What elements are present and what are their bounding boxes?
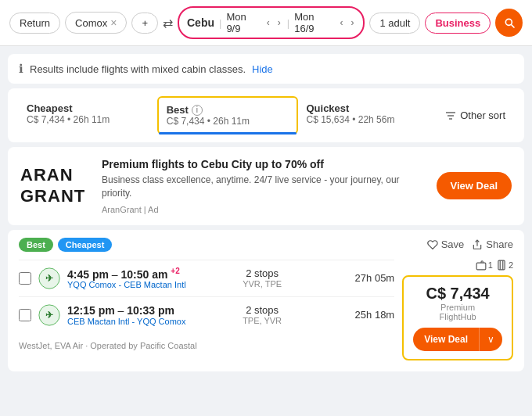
- price-column: 1 2 C$ 7,434 Premium FlightHub View Deal…: [402, 260, 513, 360]
- quickest-value: C$ 15,634 • 22h 56m: [306, 114, 429, 125]
- origin-button[interactable]: Comox ×: [65, 12, 127, 34]
- flight-2-depart-airport: CEB: [67, 317, 85, 326]
- ad-content: Premium flights to Cebu City up to 70% o…: [102, 158, 426, 214]
- airline-2-logo: ✈: [38, 303, 61, 327]
- sort-quickest[interactable]: Quickest C$ 15,634 • 22h 56m: [298, 96, 437, 134]
- search-icon: [503, 16, 516, 29]
- save-button[interactable]: Save: [427, 238, 465, 250]
- best-label: Best: [167, 104, 189, 116]
- flight-2-checkbox[interactable]: [19, 309, 31, 321]
- origin-label: Comox: [75, 17, 107, 29]
- price-value: C$ 7,434: [413, 285, 502, 303]
- sort-other[interactable]: Other sort: [437, 96, 513, 134]
- ad-view-deal-button[interactable]: View Deal: [437, 172, 512, 199]
- flight-1-arrive: 10:50 am: [121, 267, 168, 280]
- info-icon: ℹ: [19, 62, 23, 76]
- svg-text:✈: ✈: [45, 273, 53, 284]
- ad-logo: ARAN GRANT: [20, 165, 91, 206]
- flight-2-via: TPE, YVR: [199, 316, 325, 325]
- flight-1-depart: 4:45 pm: [67, 267, 109, 280]
- tag-cheapest: Cheapest: [58, 238, 113, 252]
- footer-note: WestJet, EVA Air · Operated by Pacific C…: [19, 338, 394, 350]
- svg-rect-9: [498, 260, 505, 270]
- return-date: Mon 16/9: [294, 11, 333, 34]
- search-header: Return Comox × + ⇄ Cebu | Mon 9/9 ‹ › | …: [0, 0, 532, 46]
- flight-1-stops-count: 2 stops: [199, 267, 325, 279]
- table-row: ✈ 12:15 pm – 10:33 pm CEB Mactan Intl -: [19, 296, 394, 333]
- filter-icon: [444, 109, 457, 122]
- flight-2-depart: 12:15 pm: [67, 304, 115, 317]
- airline-1-logo: ✈: [38, 267, 61, 290]
- results-body: ✈ 4:45 pm – 10:50 am +2 YQQ Comox -: [19, 260, 513, 360]
- flight-1-stops: 2 stops YVR, TPE: [199, 267, 325, 289]
- heart-icon: [427, 239, 438, 250]
- cheapest-value: C$ 7,434 • 26h 11m: [27, 114, 149, 125]
- notice-text: Results include flights with mixed cabin…: [30, 63, 246, 75]
- separator: |: [219, 17, 221, 29]
- search-button[interactable]: [495, 9, 523, 37]
- table-row: ✈ 4:45 pm – 10:50 am +2 YQQ Comox -: [19, 260, 394, 296]
- share-icon: [472, 239, 483, 250]
- hide-link[interactable]: Hide: [252, 63, 273, 75]
- flight-1-depart-airport: YQQ: [67, 280, 86, 289]
- ad-title: Premium flights to Cebu City up to 70% o…: [102, 158, 426, 170]
- swap-button[interactable]: ⇄: [163, 16, 173, 30]
- cabin-class-button[interactable]: Business: [425, 13, 491, 34]
- flight-2-duration: 25h 18m: [332, 309, 394, 321]
- cabin-label: Premium: [413, 303, 502, 312]
- results-card: Best Cheapest Save Share ✈: [8, 230, 524, 371]
- price-box-actions: View Deal ∨: [413, 328, 502, 351]
- return-next-button[interactable]: ›: [349, 17, 355, 28]
- depart-next-button[interactable]: ›: [276, 17, 282, 28]
- luggage-icon: [496, 260, 507, 271]
- depart-prev-button[interactable]: ‹: [265, 17, 271, 28]
- flight-2-arrive: 10:33 pm: [127, 304, 174, 317]
- bag-1: 1: [476, 260, 493, 271]
- tag-best: Best: [19, 238, 53, 252]
- svg-text:✈: ✈: [45, 310, 53, 321]
- airline-icon: ✈: [38, 304, 60, 326]
- flight-1-day-offset: +2: [171, 267, 179, 275]
- mixed-cabin-notice: ℹ Results include flights with mixed cab…: [8, 54, 524, 84]
- passengers-button[interactable]: 1 adult: [369, 13, 420, 34]
- expand-button[interactable]: ∨: [479, 328, 502, 351]
- ad-source: AranGrant | Ad: [102, 205, 426, 214]
- bag-icon: [476, 260, 487, 271]
- flight-1-arrive-name: Mactan Intl: [144, 280, 186, 289]
- return-prev-button[interactable]: ‹: [338, 17, 344, 28]
- share-button[interactable]: Share: [472, 238, 513, 250]
- flight-1-times: 4:45 pm – 10:50 am +2 YQQ Comox - CEB Ma…: [67, 267, 192, 290]
- flight-search-inputs: Cebu | Mon 9/9 ‹ › | Mon 16/9 ‹ ›: [178, 6, 365, 39]
- flight-1-arrive-airport: CEB: [124, 280, 142, 289]
- add-destination-button[interactable]: +: [131, 13, 158, 34]
- svg-rect-8: [476, 263, 486, 270]
- provider-label: FlightHub: [413, 312, 502, 321]
- flight-1-dur: 27h 05m: [332, 272, 394, 284]
- close-origin-icon[interactable]: ×: [110, 16, 117, 29]
- bag-2-count: 2: [509, 260, 513, 270]
- result-tags: Best Cheapest: [19, 238, 112, 252]
- trip-type-button[interactable]: Return: [9, 13, 60, 34]
- flight-2-times: 12:15 pm – 10:33 pm CEB Mactan Intl - YQ…: [67, 304, 192, 326]
- flight-2-stops-count: 2 stops: [199, 304, 325, 316]
- destination-city: Cebu: [187, 16, 214, 29]
- sort-cheapest[interactable]: Cheapest C$ 7,434 • 26h 11m: [19, 96, 157, 134]
- flight-1-duration: 27h 05m: [332, 272, 394, 284]
- flight-2-dur: 25h 18m: [332, 309, 394, 321]
- cheapest-label: Cheapest: [27, 102, 149, 114]
- other-sort-label: Other sort: [460, 109, 505, 121]
- save-label: Save: [441, 238, 465, 250]
- sort-best[interactable]: Best i C$ 7,434 • 26h 11m: [157, 96, 299, 134]
- bag-icons: 1 2: [476, 260, 513, 271]
- best-info-icon: i: [192, 105, 203, 116]
- best-header: Best i: [167, 104, 289, 116]
- view-deal-button[interactable]: View Deal: [413, 328, 479, 351]
- results-header: Best Cheapest Save Share: [19, 238, 513, 252]
- ad-description: Business class excellence, anytime. 24/7…: [102, 174, 426, 200]
- flight-2-arrive-city: Comox: [159, 317, 186, 326]
- best-underline: [159, 132, 297, 134]
- flight-1-depart-city: Comox: [89, 280, 117, 289]
- quickest-label: Quickest: [306, 102, 429, 114]
- price-box: C$ 7,434 Premium FlightHub View Deal ∨: [402, 275, 513, 360]
- flight-1-checkbox[interactable]: [19, 272, 31, 285]
